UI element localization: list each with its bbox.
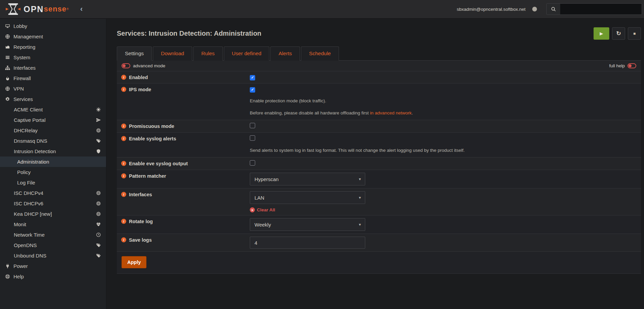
full-help-toggle-icon[interactable] [628, 63, 636, 68]
sidebar-item-policy[interactable]: Policy [0, 167, 106, 177]
stop-service-button[interactable]: ■ [628, 27, 641, 40]
interfaces-select[interactable]: LAN▾ [250, 191, 365, 204]
tab-bar: Settings Download Rules User defined Ale… [117, 46, 641, 61]
chevron-down-icon: ▾ [359, 222, 361, 227]
sidebar-item-power[interactable]: Power [0, 261, 106, 271]
field-label: Enable syslog alerts [129, 136, 176, 141]
stop-icon: ■ [633, 31, 636, 36]
sidebar-item-interfaces[interactable]: Interfaces [0, 63, 106, 73]
sidebar-item-captive-portal[interactable]: Captive Portal [0, 115, 106, 125]
certificate-icon [96, 107, 101, 112]
sidebar-item-lobby[interactable]: Lobby [0, 21, 106, 31]
form-row-enable-eve-syslog-output: iEnable eve syslog output [117, 158, 641, 170]
tab-rules[interactable]: Rules [193, 46, 223, 61]
bullseye-icon [96, 128, 101, 133]
sidebar-item-acme-client[interactable]: ACME Client [0, 104, 106, 115]
info-icon[interactable]: i [121, 161, 126, 166]
help-text: Enable protection mode (block traffic). [250, 97, 492, 105]
enabled-checkbox[interactable]: ✓ [250, 75, 255, 80]
sidebar-item-system[interactable]: System [0, 52, 106, 63]
field-label: Enabled [129, 74, 148, 80]
clock-icon [96, 232, 101, 238]
promiscuous-mode-checkbox[interactable] [250, 123, 255, 128]
bullseye-icon [96, 201, 101, 206]
advanced-network-link[interactable]: in advanced network [370, 110, 412, 115]
info-icon[interactable]: i [121, 237, 126, 242]
sidebar-item-management[interactable]: Management [0, 31, 106, 42]
restart-service-button[interactable]: ↻ [612, 27, 625, 40]
tab-download[interactable]: Download [153, 46, 192, 61]
sidebar-item-isc-dhcpv6[interactable]: ISC DHCPv6 [0, 198, 106, 209]
sidebar-item-opendns[interactable]: OpenDNS [0, 240, 106, 250]
sidebar-item-isc-dhcpv4[interactable]: ISC DHCPv4 [0, 188, 106, 198]
help-text: Send alerts to system log in fast log fo… [250, 147, 492, 154]
field-label: Interfaces [129, 192, 152, 197]
rotate-log-select[interactable]: Weekly▾ [250, 218, 365, 231]
sidebar-item-dnsmasq-dns[interactable]: Dnsmasq DNS [0, 136, 106, 146]
paper-plane-icon [96, 117, 101, 123]
field-label: IPS mode [129, 87, 151, 92]
sidebar-item-unbound-dns[interactable]: Unbound DNS [0, 250, 106, 261]
ips-mode-checkbox[interactable]: ✓ [250, 87, 255, 93]
search-icon [547, 4, 560, 14]
sidebar-item-firewall[interactable]: Firewall [0, 73, 106, 83]
top-bar: OPNsense® ‹ sbxadmin@opncentral.softbox.… [0, 0, 644, 19]
user-email[interactable]: sbxadmin@opncentral.softbox.net [457, 7, 526, 12]
form-row-pattern-matcher: iPattern matcher Hyperscan▾ [117, 170, 641, 188]
info-icon[interactable]: i [121, 173, 126, 178]
info-icon[interactable]: i [121, 219, 126, 224]
sidebar-item-monit[interactable]: Monit [0, 219, 106, 230]
info-icon[interactable]: i [121, 124, 126, 129]
sidebar-item-intrusion-detection[interactable]: Intrusion Detection [0, 146, 106, 157]
apply-button[interactable]: Apply [122, 256, 146, 268]
monitor-icon [3, 24, 11, 29]
tab-user-defined[interactable]: User defined [224, 46, 270, 61]
tab-alerts[interactable]: Alerts [270, 46, 300, 61]
opnsense-logo[interactable]: OPNsense® [0, 3, 69, 15]
global-search [546, 3, 642, 15]
form-row-interfaces: iInterfaces LAN▾ ×Clear All [117, 188, 641, 215]
tab-schedule[interactable]: Schedule [301, 46, 339, 61]
chevron-down-icon: ▾ [359, 177, 361, 181]
field-label: Promiscuous mode [129, 123, 174, 129]
clear-all-button[interactable]: ×Clear All [250, 207, 638, 212]
user-status-dot [532, 7, 537, 11]
save-logs-input[interactable] [250, 237, 365, 249]
sidebar-item-administration[interactable]: Administration [0, 157, 106, 167]
pattern-matcher-select[interactable]: Hyperscan▾ [250, 173, 365, 185]
start-service-button[interactable]: ▶ [594, 27, 609, 40]
sidebar-item-network-time[interactable]: Network Time [0, 230, 106, 240]
info-icon[interactable]: i [121, 87, 126, 92]
bullseye-icon [96, 191, 101, 196]
enable-eve-syslog-output-checkbox[interactable] [250, 160, 255, 166]
main-content: Services: Intrusion Detection: Administr… [106, 19, 644, 274]
sidebar-item-services[interactable]: Services [0, 94, 106, 104]
sidebar-item-log-file[interactable]: Log File [0, 177, 106, 188]
field-label: Enable eve syslog output [129, 161, 188, 166]
sidebar: Lobby Management Reporting System Interf… [0, 19, 106, 309]
sidebar-item-reporting[interactable]: Reporting [0, 42, 106, 52]
form-row-save-logs: iSave logs [117, 234, 641, 252]
sidebar-item-help[interactable]: Help [0, 271, 106, 282]
chevron-down-icon: ▾ [359, 195, 361, 200]
bullseye-icon [96, 211, 101, 217]
sidebar-item-vpn[interactable]: VPN [0, 83, 106, 94]
sidebar-collapse-chevron-left-icon[interactable]: ‹ [80, 5, 82, 13]
shield-icon [96, 149, 101, 154]
tags-icon [96, 253, 101, 259]
info-icon[interactable]: i [121, 75, 126, 80]
form-row-enabled: iEnabled ✓ [117, 71, 641, 83]
circle-x-icon: × [250, 207, 255, 212]
sidebar-item-kea-dhcp[interactable]: Kea DHCP [new] [0, 209, 106, 219]
search-input[interactable] [560, 4, 642, 14]
info-icon[interactable]: i [121, 136, 126, 141]
page-title: Services: Intrusion Detection: Administr… [117, 30, 261, 37]
info-icon[interactable]: i [121, 192, 126, 197]
advanced-mode-label: advanced mode [133, 63, 165, 68]
tab-settings[interactable]: Settings [117, 46, 152, 61]
advanced-mode-toggle-icon[interactable] [122, 63, 130, 68]
tags-icon [96, 138, 101, 144]
full-help-label: full help [609, 63, 625, 68]
sidebar-item-dhcrelay[interactable]: DHCRelay [0, 125, 106, 136]
enable-syslog-alerts-checkbox[interactable] [250, 135, 255, 141]
